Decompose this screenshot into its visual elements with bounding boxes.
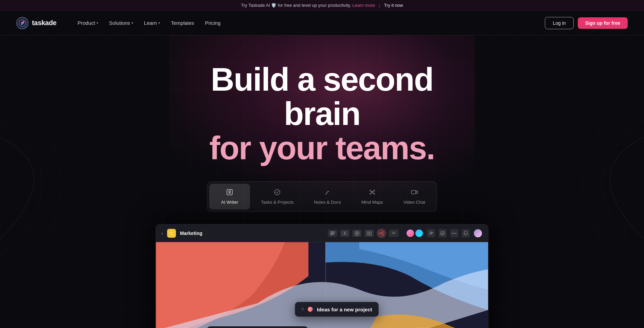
svg-rect-2: [21, 23, 24, 24]
svg-point-35: [382, 234, 383, 235]
idea-emoji: 🎯: [307, 306, 314, 312]
workspace-name: Marketing: [180, 231, 324, 236]
svg-rect-3: [21, 24, 23, 25]
svg-point-9: [274, 189, 280, 195]
task-icon[interactable]: [439, 229, 447, 237]
videochat-label: Video Chat: [404, 200, 425, 205]
hero-section: Build a second brain for your teams. AI …: [0, 35, 644, 328]
tab-ai-writer[interactable]: AI Writer: [209, 184, 250, 209]
feature-tabs: AI Writer Tasks & Projects: [207, 181, 437, 212]
share-button[interactable]: [377, 229, 386, 238]
svg-line-18: [373, 193, 374, 194]
svg-point-45: [452, 233, 453, 234]
hero-title-white: Build a second brain: [211, 61, 433, 132]
avatar-1: [406, 229, 415, 238]
signup-button[interactable]: Sign up for free: [578, 17, 628, 29]
svg-point-7: [229, 191, 231, 193]
nav-actions: Log in Sign up for free: [545, 17, 628, 29]
toolbar-icon-table[interactable]: [364, 230, 374, 237]
svg-text:AI: AI: [23, 21, 24, 23]
login-button[interactable]: Log in: [545, 17, 573, 29]
banner-separator: |: [379, 3, 380, 8]
solutions-chevron: ▾: [131, 21, 133, 25]
svg-rect-20: [330, 232, 335, 232]
svg-line-15: [371, 191, 372, 192]
try-now-link[interactable]: Try it now: [384, 3, 403, 8]
mindmaps-icon: [369, 188, 376, 197]
svg-rect-44: [441, 232, 444, 235]
svg-point-39: [393, 232, 394, 233]
app-preview-window: ‹ 🌟 Marketing: [156, 224, 488, 328]
svg-rect-8: [228, 193, 231, 194]
svg-rect-24: [345, 232, 347, 235]
idea-card: ⠿ 🎯 Ideas for a new project: [295, 302, 379, 317]
svg-point-38: [392, 233, 393, 234]
svg-rect-19: [411, 190, 416, 194]
logo-text: taskade: [32, 19, 56, 27]
idea-text: Ideas for a new project: [317, 307, 372, 312]
videochat-icon: [411, 188, 418, 197]
banner-text: Try Taskade AI: [241, 3, 271, 8]
nav-templates[interactable]: Templates: [166, 17, 199, 29]
learn-chevron: ▾: [158, 21, 160, 25]
avatar-2: [415, 229, 424, 238]
nav-learn[interactable]: Learn ▾: [139, 17, 165, 29]
toolbar-icon-columns[interactable]: [340, 230, 350, 237]
svg-line-17: [371, 193, 372, 194]
notes-label: Notes & Docs: [314, 200, 341, 205]
add-member-icon[interactable]: [427, 229, 435, 237]
toolbar-icon-grid[interactable]: [352, 230, 362, 237]
brainstorm-card: 🧠 Brainstorming: [207, 326, 308, 328]
svg-rect-23: [342, 232, 344, 235]
svg-point-33: [382, 231, 383, 233]
svg-rect-25: [355, 231, 357, 233]
svg-line-16: [373, 191, 374, 192]
svg-point-47: [455, 233, 457, 234]
nav-pricing[interactable]: Pricing: [200, 17, 226, 29]
toolbar-icon-more[interactable]: [389, 230, 398, 237]
svg-rect-21: [330, 233, 335, 234]
ai-writer-label: AI Writer: [221, 200, 238, 205]
svg-rect-28: [357, 234, 359, 236]
nav-links: Product ▾ Solutions ▾ Learn ▾ Templates …: [73, 17, 545, 29]
notification-icon[interactable]: [462, 229, 470, 237]
hero-title-pink: for your teams.: [209, 130, 435, 166]
window-titlebar: ‹ 🌟 Marketing: [156, 224, 488, 242]
svg-point-34: [379, 233, 381, 234]
window-right-icons: [408, 229, 483, 238]
window-content: ⠿ 🎯 Ideas for a new project 🧠 Brainstorm…: [156, 242, 488, 328]
svg-rect-22: [330, 234, 334, 235]
tab-tasks-projects[interactable]: Tasks & Projects: [251, 184, 303, 209]
tasks-label: Tasks & Projects: [261, 200, 293, 205]
svg-line-36: [381, 232, 382, 233]
tab-mind-maps[interactable]: Mind Maps: [352, 184, 393, 209]
svg-point-10: [371, 192, 373, 193]
mindmaps-label: Mind Maps: [361, 200, 383, 205]
top-banner: Try Taskade AI 🛡️ for free and level up …: [0, 0, 644, 11]
nav-solutions[interactable]: Solutions ▾: [104, 17, 138, 29]
logo[interactable]: AI taskade: [16, 17, 56, 29]
svg-point-41: [430, 232, 432, 233]
svg-line-37: [381, 234, 382, 234]
window-back-button[interactable]: ‹: [161, 231, 163, 236]
toolbar-icon-list[interactable]: [328, 230, 337, 237]
tasks-icon: [273, 188, 281, 197]
window-toolbar-icons: [328, 229, 398, 238]
hero-title: Build a second brain for your teams.: [169, 62, 475, 165]
svg-point-46: [454, 233, 455, 234]
svg-point-40: [394, 233, 395, 234]
tab-notes-docs[interactable]: Notes & Docs: [304, 184, 350, 209]
drag-handle: ⠿: [301, 308, 304, 311]
logo-icon: AI: [16, 17, 29, 29]
svg-rect-27: [355, 234, 357, 236]
navigation: AI taskade Product ▾ Solutions ▾ Learn ▾…: [0, 11, 644, 35]
banner-ai-emoji: 🛡️: [271, 3, 276, 8]
svg-rect-26: [357, 231, 359, 233]
dots-menu-icon[interactable]: [450, 229, 458, 237]
tab-video-chat[interactable]: Video Chat: [394, 184, 435, 209]
learn-more-link[interactable]: Learn more: [352, 3, 375, 8]
nav-product[interactable]: Product ▾: [73, 17, 103, 29]
notes-icon: [324, 188, 331, 197]
user-avatar[interactable]: [473, 229, 483, 238]
workspace-icon: 🌟: [167, 229, 176, 238]
